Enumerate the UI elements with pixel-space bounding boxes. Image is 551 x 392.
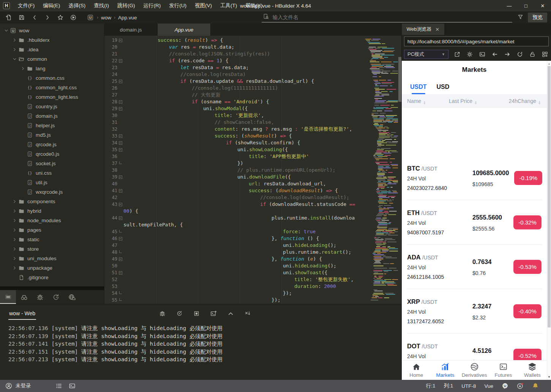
tree-item-.gitignore[interactable]: .gitignore: [0, 273, 104, 282]
chevron-down-icon[interactable]: [11, 56, 17, 62]
fold-marker-icon[interactable]: −: [117, 59, 123, 63]
console-terminal-plus-icon[interactable]: [210, 310, 217, 317]
tree-item-common[interactable]: common: [0, 54, 104, 64]
tree-item-static[interactable]: static: [0, 235, 104, 244]
maximize-button[interactable]: □: [518, 0, 534, 11]
column-header-24hchange[interactable]: 24hChange▲▼: [491, 98, 542, 104]
scroll-down-icon[interactable]: ▼: [547, 375, 551, 379]
chevron-right-icon[interactable]: [20, 66, 26, 72]
close-button[interactable]: ✕: [534, 0, 551, 11]
bell-icon[interactable]: [532, 383, 539, 389]
tree-item-common_light.less[interactable]: {}common_light.less: [0, 92, 104, 102]
status-field[interactable]: UTF-8: [461, 383, 476, 389]
save-icon[interactable]: [17, 13, 27, 22]
tree-item-wow[interactable]: Uwow: [0, 26, 104, 35]
arrow-right-icon[interactable]: [504, 51, 511, 58]
column-header-name[interactable]: Name▲▼: [407, 98, 434, 104]
fold-marker-icon[interactable]: −: [117, 258, 123, 261]
chevron-right-icon[interactable]: [11, 37, 17, 43]
tree-item-uni.css[interactable]: {}uni.css: [0, 168, 104, 178]
tree-item-.idea[interactable]: .idea: [0, 45, 104, 54]
chevron-right-icon[interactable]: [11, 199, 17, 205]
breadcrumb-item[interactable]: App.vue: [118, 15, 137, 21]
file-search-field[interactable]: [262, 13, 512, 22]
breadcrumb-item[interactable]: wow: [101, 15, 111, 21]
market-row-ADA[interactable]: ADA /USDT24H Vol24612184.10050.7634$0.76…: [402, 245, 547, 289]
browser-tab[interactable]: Web浏览器 ✕: [402, 24, 444, 35]
editor-tab-domain.js[interactable]: domain.js: [104, 24, 158, 36]
tree-item-uni_modules[interactable]: uni_modules: [0, 254, 104, 263]
sidebar-tool-globe-cloud[interactable]: [64, 290, 80, 304]
down-badge-icon[interactable]: [517, 383, 524, 389]
menu-item-5[interactable]: 运行(R): [139, 0, 165, 11]
gear-icon[interactable]: [466, 51, 474, 58]
menu-item-2[interactable]: 选择(S): [64, 0, 90, 11]
console-chevron-up-icon[interactable]: [227, 310, 234, 317]
minimap[interactable]: [358, 36, 398, 304]
refresh-icon[interactable]: [516, 51, 524, 58]
chevron-down-icon[interactable]: [3, 28, 9, 34]
bubble-u-icon[interactable]: U: [502, 383, 508, 389]
tree-item-common.css[interactable]: {}common.css: [0, 73, 104, 83]
nav-back-icon[interactable]: [30, 13, 39, 22]
market-row-BTC[interactable]: BTC /USDT24H Vol240230272.6840109685.000…: [402, 156, 547, 200]
fold-marker-icon[interactable]: −: [117, 134, 123, 138]
sidebar-tool-bug[interactable]: [32, 290, 48, 304]
fold-marker-icon[interactable]: −: [117, 189, 123, 193]
menu-item-0[interactable]: 文件(F): [14, 0, 39, 11]
currency-tab-USD[interactable]: USD: [437, 84, 450, 94]
editor-tab-App.vue[interactable]: App.vue: [158, 24, 211, 36]
tree-item-.hbuilderx[interactable]: .hbuilderx: [0, 35, 104, 45]
fold-marker-icon[interactable]: −: [117, 175, 123, 179]
menu-item-4[interactable]: 跳转(G): [113, 0, 139, 11]
sidebar-tool-sync[interactable]: [48, 290, 64, 304]
close-icon[interactable]: ✕: [435, 27, 439, 32]
nav-item-derivatives[interactable]: Derivatives: [460, 362, 489, 378]
filter-icon[interactable]: [518, 14, 523, 21]
tree-item-store[interactable]: store: [0, 244, 104, 254]
tree-item-hybrid[interactable]: hybrid: [0, 206, 104, 216]
tree-item-components[interactable]: components: [0, 197, 104, 206]
tree-item-common_light.css[interactable]: {}common_light.css: [0, 83, 104, 92]
fold-marker-icon[interactable]: −: [117, 237, 123, 240]
chevron-right-icon[interactable]: [11, 208, 17, 214]
console-tab[interactable]: wow - Web: [8, 308, 36, 320]
tree-item-pages[interactable]: pages: [0, 225, 104, 235]
fold-marker-icon[interactable]: −: [117, 80, 123, 83]
sidebar-tool-explorer[interactable]: [0, 290, 16, 304]
console-stop-icon[interactable]: [193, 310, 200, 317]
tree-item-qrcode.js[interactable]: Jqrcode.js: [0, 140, 104, 149]
chevron-right-icon[interactable]: [11, 256, 17, 262]
tree-item-qrcode0.js[interactable]: Jqrcode0.js: [0, 149, 104, 159]
nav-item-wallets[interactable]: Wallets: [518, 362, 547, 378]
popout-icon[interactable]: [453, 51, 461, 58]
fold-marker-icon[interactable]: −: [117, 148, 123, 152]
fold-marker-icon[interactable]: −: [117, 203, 123, 206]
list-icon[interactable]: [55, 383, 62, 389]
fold-marker-icon[interactable]: −: [117, 141, 123, 145]
menu-item-1[interactable]: 编辑(E): [39, 0, 64, 11]
tree-item-socket.js[interactable]: Jsocket.js: [0, 159, 104, 168]
run-icon[interactable]: [68, 13, 78, 22]
status-field[interactable]: 行:1: [426, 383, 436, 389]
column-header-last-price[interactable]: Last Price▲▼: [434, 98, 491, 104]
preview-button[interactable]: 预览: [528, 13, 547, 22]
chevron-right-icon[interactable]: [11, 227, 17, 233]
sidebar-tool-binoculars[interactable]: [16, 290, 32, 304]
tree-item-util.js[interactable]: Jutil.js: [0, 178, 104, 187]
tree-item-domain.js[interactable]: Jdomain.js: [0, 111, 104, 121]
nav-item-futures[interactable]: Futures: [489, 362, 518, 378]
chevron-right-icon[interactable]: [11, 218, 17, 224]
status-field[interactable]: 列:1: [444, 383, 453, 389]
chevron-right-icon[interactable]: [11, 47, 17, 53]
device-mode-select[interactable]: PC模式 ▼: [404, 50, 448, 59]
tree-item-helper.js[interactable]: Jhelper.js: [0, 121, 104, 130]
url-input[interactable]: [404, 36, 549, 46]
qr-icon[interactable]: [541, 51, 549, 58]
fold-marker-icon[interactable]: −: [117, 39, 123, 42]
filter-icon[interactable]: [518, 14, 523, 20]
code-view[interactable]: 19−success: (result) => {20var res = res…: [104, 36, 355, 304]
market-row-XRP[interactable]: XRP /USDT24H Vol13172472.60522.3247$2.32…: [402, 289, 547, 334]
nav-item-home[interactable]: Home: [402, 362, 431, 378]
arrow-left-icon[interactable]: [491, 51, 499, 58]
